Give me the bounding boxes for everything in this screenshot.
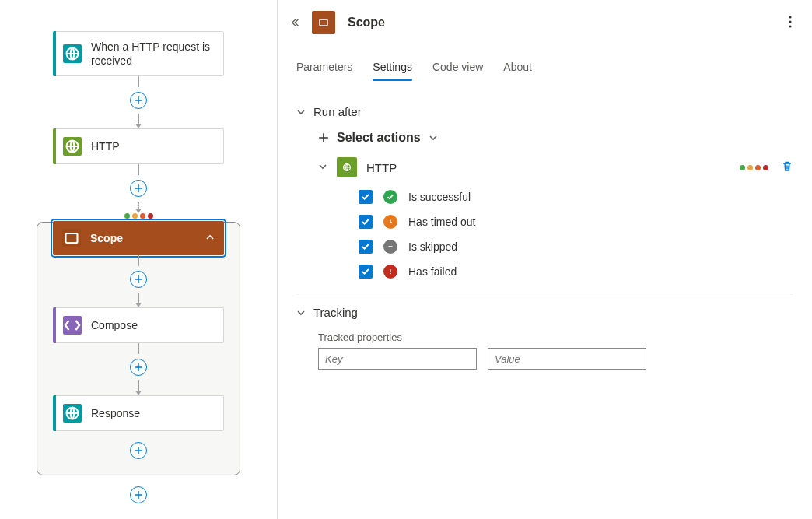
svg-point-6: [789, 20, 791, 23]
svg-point-5: [789, 16, 791, 18]
scope-header-icon: [312, 11, 335, 34]
connector: [130, 255, 147, 307]
node-trigger-label: When a HTTP request is received: [91, 40, 214, 68]
checkbox-failed[interactable]: [359, 265, 373, 279]
status-failed-label: Has failed: [408, 265, 457, 278]
chevron-down-icon: [429, 133, 438, 142]
detail-header: Scope: [278, 0, 812, 37]
success-icon: [383, 190, 397, 204]
collapse-panel-button[interactable]: [289, 15, 304, 30]
section-tracking-header[interactable]: Tracking: [296, 306, 793, 319]
node-response-label: Response: [91, 406, 140, 420]
status-item-failed: Has failed: [359, 265, 793, 279]
run-after-heading: Run after: [313, 105, 362, 118]
node-scope-header[interactable]: Scope: [53, 221, 224, 255]
http-icon: [63, 137, 82, 156]
node-response[interactable]: Response: [53, 395, 224, 431]
checkbox-timedout[interactable]: [359, 215, 373, 229]
connector: [130, 431, 147, 464]
plus-icon: [318, 132, 329, 143]
section-run-after-header[interactable]: Run after: [296, 105, 793, 118]
scope-container: Scope Compose: [37, 222, 240, 475]
tracked-value-input[interactable]: [488, 348, 646, 370]
svg-rect-2: [66, 233, 78, 243]
checkbox-successful[interactable]: [359, 190, 373, 204]
add-step-button[interactable]: [130, 442, 147, 459]
run-after-status-dots: [740, 165, 768, 170]
status-item-successful: Is successful: [359, 190, 793, 204]
flow-column: When a HTTP request is received HTTP: [0, 31, 277, 508]
compose-icon: [63, 316, 82, 335]
chevron-down-icon: [296, 308, 306, 317]
svg-rect-10: [390, 269, 390, 272]
svg-point-7: [789, 25, 791, 27]
connector: [130, 76, 147, 128]
tab-codeview[interactable]: Code view: [432, 56, 483, 81]
tab-settings[interactable]: Settings: [373, 56, 412, 81]
workflow-canvas-panel: When a HTTP request is received HTTP: [0, 0, 278, 519]
tab-parameters[interactable]: Parameters: [296, 56, 352, 81]
connector: [130, 343, 147, 395]
more-menu-button[interactable]: [786, 12, 795, 33]
status-item-skipped: Is skipped: [359, 240, 793, 254]
add-step-button[interactable]: [130, 271, 147, 288]
svg-point-9: [390, 273, 391, 275]
detail-body: Run after Select actions HTTP: [278, 82, 812, 519]
run-after-action-http: HTTP: [318, 157, 793, 177]
node-trigger-accent: [53, 31, 56, 76]
node-http[interactable]: HTTP: [53, 128, 224, 164]
error-icon: [383, 265, 397, 279]
node-compose[interactable]: Compose: [53, 307, 224, 343]
clock-icon: [383, 215, 397, 229]
svg-rect-4: [320, 19, 327, 26]
connector: [130, 475, 147, 508]
status-timedout-label: Has timed out: [408, 216, 475, 228]
status-item-timedout: Has timed out: [359, 215, 793, 229]
status-successful-label: Is successful: [408, 191, 471, 203]
add-step-button[interactable]: [130, 92, 147, 109]
add-step-button[interactable]: [130, 486, 147, 503]
delete-run-after-button[interactable]: [781, 160, 793, 175]
add-step-button[interactable]: [130, 180, 147, 197]
detail-title: Scope: [348, 16, 385, 30]
node-trigger[interactable]: When a HTTP request is received: [53, 31, 224, 76]
tracking-heading: Tracking: [313, 306, 358, 319]
select-actions-label: Select actions: [337, 131, 421, 145]
node-compose-accent: [53, 307, 56, 343]
run-after-status-dots: [124, 213, 153, 219]
add-step-button[interactable]: [130, 359, 147, 376]
select-actions-button[interactable]: Select actions: [318, 131, 793, 145]
scope-icon: [62, 229, 81, 247]
expand-http-button[interactable]: [318, 161, 327, 174]
skip-icon: [383, 240, 397, 254]
tracked-key-input[interactable]: [318, 348, 477, 370]
status-skipped-label: Is skipped: [408, 240, 457, 253]
section-tracking: Tracking Tracked properties: [296, 296, 793, 379]
chevron-up-icon: [205, 232, 215, 244]
run-after-http-label: HTTP: [366, 161, 397, 174]
http-icon: [337, 157, 357, 177]
tab-about[interactable]: About: [503, 56, 532, 81]
tracked-properties-row: [318, 348, 793, 370]
node-scope-label: Scope: [90, 232, 123, 244]
node-http-label: HTTP: [91, 139, 120, 153]
run-after-status-list: Is successful Has timed out: [359, 190, 793, 279]
detail-panel: Scope Parameters Settings Code view Abou…: [278, 0, 812, 519]
node-compose-label: Compose: [91, 318, 138, 332]
section-run-after: Run after Select actions HTTP: [296, 96, 793, 296]
connector: [130, 164, 147, 213]
chevron-down-icon: [296, 107, 306, 117]
response-icon: [63, 404, 82, 423]
http-request-icon: [63, 44, 82, 63]
node-http-accent: [53, 128, 56, 164]
detail-tabs: Parameters Settings Code view About: [278, 37, 812, 82]
tracked-properties-label: Tracked properties: [318, 331, 793, 343]
node-response-accent: [53, 395, 56, 431]
checkbox-skipped[interactable]: [359, 240, 373, 254]
